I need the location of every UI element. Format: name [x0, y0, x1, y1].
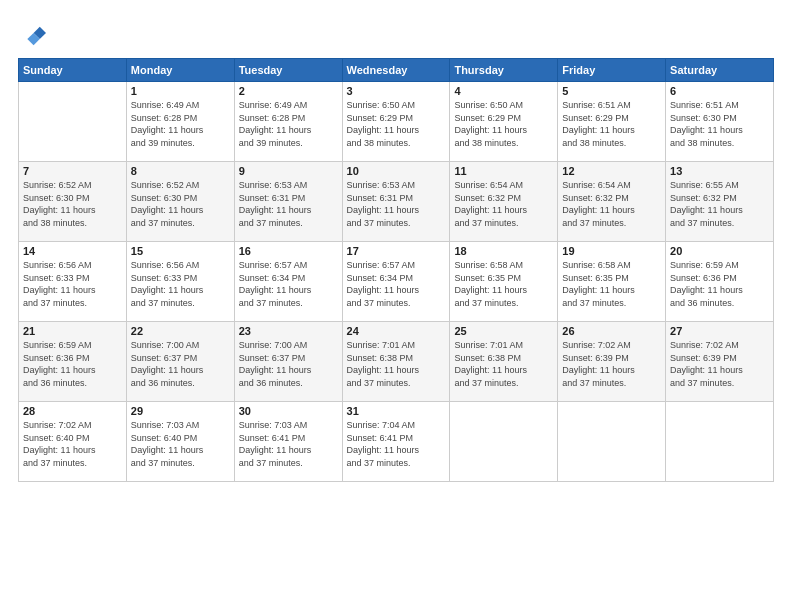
- day-number: 3: [347, 85, 446, 97]
- calendar-cell: 14Sunrise: 6:56 AM Sunset: 6:33 PM Dayli…: [19, 242, 127, 322]
- day-info: Sunrise: 6:51 AM Sunset: 6:30 PM Dayligh…: [670, 99, 769, 149]
- day-number: 19: [562, 245, 661, 257]
- day-number: 27: [670, 325, 769, 337]
- day-info: Sunrise: 7:03 AM Sunset: 6:41 PM Dayligh…: [239, 419, 338, 469]
- day-number: 1: [131, 85, 230, 97]
- day-number: 17: [347, 245, 446, 257]
- day-of-week-header: Thursday: [450, 59, 558, 82]
- day-number: 29: [131, 405, 230, 417]
- day-info: Sunrise: 7:03 AM Sunset: 6:40 PM Dayligh…: [131, 419, 230, 469]
- calendar-cell: 29Sunrise: 7:03 AM Sunset: 6:40 PM Dayli…: [126, 402, 234, 482]
- day-of-week-header: Tuesday: [234, 59, 342, 82]
- calendar-cell: 6Sunrise: 6:51 AM Sunset: 6:30 PM Daylig…: [666, 82, 774, 162]
- calendar-cell: 4Sunrise: 6:50 AM Sunset: 6:29 PM Daylig…: [450, 82, 558, 162]
- day-number: 4: [454, 85, 553, 97]
- calendar-header: SundayMondayTuesdayWednesdayThursdayFrid…: [19, 59, 774, 82]
- day-number: 18: [454, 245, 553, 257]
- calendar-week-row: 1Sunrise: 6:49 AM Sunset: 6:28 PM Daylig…: [19, 82, 774, 162]
- day-of-week-header: Sunday: [19, 59, 127, 82]
- calendar-cell: 28Sunrise: 7:02 AM Sunset: 6:40 PM Dayli…: [19, 402, 127, 482]
- day-info: Sunrise: 7:02 AM Sunset: 6:40 PM Dayligh…: [23, 419, 122, 469]
- day-info: Sunrise: 7:02 AM Sunset: 6:39 PM Dayligh…: [670, 339, 769, 389]
- day-number: 10: [347, 165, 446, 177]
- day-of-week-header: Monday: [126, 59, 234, 82]
- day-info: Sunrise: 6:52 AM Sunset: 6:30 PM Dayligh…: [23, 179, 122, 229]
- day-number: 22: [131, 325, 230, 337]
- day-info: Sunrise: 6:49 AM Sunset: 6:28 PM Dayligh…: [131, 99, 230, 149]
- calendar-cell: [19, 82, 127, 162]
- calendar-cell: 26Sunrise: 7:02 AM Sunset: 6:39 PM Dayli…: [558, 322, 666, 402]
- day-number: 16: [239, 245, 338, 257]
- calendar-cell: 5Sunrise: 6:51 AM Sunset: 6:29 PM Daylig…: [558, 82, 666, 162]
- day-info: Sunrise: 7:00 AM Sunset: 6:37 PM Dayligh…: [239, 339, 338, 389]
- day-info: Sunrise: 7:01 AM Sunset: 6:38 PM Dayligh…: [454, 339, 553, 389]
- calendar-cell: [450, 402, 558, 482]
- calendar-cell: [558, 402, 666, 482]
- day-number: 5: [562, 85, 661, 97]
- calendar-cell: 21Sunrise: 6:59 AM Sunset: 6:36 PM Dayli…: [19, 322, 127, 402]
- day-info: Sunrise: 6:53 AM Sunset: 6:31 PM Dayligh…: [347, 179, 446, 229]
- logo-icon: [18, 22, 46, 50]
- day-number: 7: [23, 165, 122, 177]
- day-info: Sunrise: 7:00 AM Sunset: 6:37 PM Dayligh…: [131, 339, 230, 389]
- day-info: Sunrise: 6:56 AM Sunset: 6:33 PM Dayligh…: [23, 259, 122, 309]
- day-info: Sunrise: 6:51 AM Sunset: 6:29 PM Dayligh…: [562, 99, 661, 149]
- day-info: Sunrise: 6:54 AM Sunset: 6:32 PM Dayligh…: [562, 179, 661, 229]
- day-number: 20: [670, 245, 769, 257]
- calendar-cell: 30Sunrise: 7:03 AM Sunset: 6:41 PM Dayli…: [234, 402, 342, 482]
- day-number: 31: [347, 405, 446, 417]
- page: SundayMondayTuesdayWednesdayThursdayFrid…: [0, 0, 792, 612]
- day-number: 15: [131, 245, 230, 257]
- day-number: 11: [454, 165, 553, 177]
- calendar-cell: 16Sunrise: 6:57 AM Sunset: 6:34 PM Dayli…: [234, 242, 342, 322]
- calendar-body: 1Sunrise: 6:49 AM Sunset: 6:28 PM Daylig…: [19, 82, 774, 482]
- day-info: Sunrise: 6:58 AM Sunset: 6:35 PM Dayligh…: [454, 259, 553, 309]
- day-info: Sunrise: 6:59 AM Sunset: 6:36 PM Dayligh…: [670, 259, 769, 309]
- day-number: 21: [23, 325, 122, 337]
- day-info: Sunrise: 6:49 AM Sunset: 6:28 PM Dayligh…: [239, 99, 338, 149]
- day-info: Sunrise: 6:53 AM Sunset: 6:31 PM Dayligh…: [239, 179, 338, 229]
- day-number: 25: [454, 325, 553, 337]
- day-info: Sunrise: 6:57 AM Sunset: 6:34 PM Dayligh…: [347, 259, 446, 309]
- day-number: 23: [239, 325, 338, 337]
- day-info: Sunrise: 6:58 AM Sunset: 6:35 PM Dayligh…: [562, 259, 661, 309]
- day-number: 13: [670, 165, 769, 177]
- day-number: 30: [239, 405, 338, 417]
- day-of-week-header: Wednesday: [342, 59, 450, 82]
- day-number: 26: [562, 325, 661, 337]
- calendar-cell: 3Sunrise: 6:50 AM Sunset: 6:29 PM Daylig…: [342, 82, 450, 162]
- calendar-cell: 15Sunrise: 6:56 AM Sunset: 6:33 PM Dayli…: [126, 242, 234, 322]
- calendar-cell: 10Sunrise: 6:53 AM Sunset: 6:31 PM Dayli…: [342, 162, 450, 242]
- day-info: Sunrise: 7:01 AM Sunset: 6:38 PM Dayligh…: [347, 339, 446, 389]
- day-info: Sunrise: 6:54 AM Sunset: 6:32 PM Dayligh…: [454, 179, 553, 229]
- day-of-week-header: Saturday: [666, 59, 774, 82]
- day-info: Sunrise: 6:55 AM Sunset: 6:32 PM Dayligh…: [670, 179, 769, 229]
- day-info: Sunrise: 7:02 AM Sunset: 6:39 PM Dayligh…: [562, 339, 661, 389]
- day-info: Sunrise: 6:52 AM Sunset: 6:30 PM Dayligh…: [131, 179, 230, 229]
- calendar-week-row: 28Sunrise: 7:02 AM Sunset: 6:40 PM Dayli…: [19, 402, 774, 482]
- calendar-cell: 8Sunrise: 6:52 AM Sunset: 6:30 PM Daylig…: [126, 162, 234, 242]
- day-info: Sunrise: 6:50 AM Sunset: 6:29 PM Dayligh…: [347, 99, 446, 149]
- calendar-cell: 23Sunrise: 7:00 AM Sunset: 6:37 PM Dayli…: [234, 322, 342, 402]
- calendar-cell: 9Sunrise: 6:53 AM Sunset: 6:31 PM Daylig…: [234, 162, 342, 242]
- calendar-cell: 24Sunrise: 7:01 AM Sunset: 6:38 PM Dayli…: [342, 322, 450, 402]
- calendar-cell: 27Sunrise: 7:02 AM Sunset: 6:39 PM Dayli…: [666, 322, 774, 402]
- calendar-cell: 31Sunrise: 7:04 AM Sunset: 6:41 PM Dayli…: [342, 402, 450, 482]
- day-number: 6: [670, 85, 769, 97]
- calendar-cell: 2Sunrise: 6:49 AM Sunset: 6:28 PM Daylig…: [234, 82, 342, 162]
- calendar-week-row: 21Sunrise: 6:59 AM Sunset: 6:36 PM Dayli…: [19, 322, 774, 402]
- calendar-cell: 18Sunrise: 6:58 AM Sunset: 6:35 PM Dayli…: [450, 242, 558, 322]
- calendar-cell: 13Sunrise: 6:55 AM Sunset: 6:32 PM Dayli…: [666, 162, 774, 242]
- calendar-week-row: 7Sunrise: 6:52 AM Sunset: 6:30 PM Daylig…: [19, 162, 774, 242]
- logo: [18, 22, 50, 50]
- header: [18, 18, 774, 50]
- day-number: 24: [347, 325, 446, 337]
- calendar-cell: 7Sunrise: 6:52 AM Sunset: 6:30 PM Daylig…: [19, 162, 127, 242]
- calendar-week-row: 14Sunrise: 6:56 AM Sunset: 6:33 PM Dayli…: [19, 242, 774, 322]
- day-info: Sunrise: 6:50 AM Sunset: 6:29 PM Dayligh…: [454, 99, 553, 149]
- day-info: Sunrise: 7:04 AM Sunset: 6:41 PM Dayligh…: [347, 419, 446, 469]
- calendar: SundayMondayTuesdayWednesdayThursdayFrid…: [18, 58, 774, 482]
- day-number: 9: [239, 165, 338, 177]
- calendar-cell: 1Sunrise: 6:49 AM Sunset: 6:28 PM Daylig…: [126, 82, 234, 162]
- calendar-cell: 25Sunrise: 7:01 AM Sunset: 6:38 PM Dayli…: [450, 322, 558, 402]
